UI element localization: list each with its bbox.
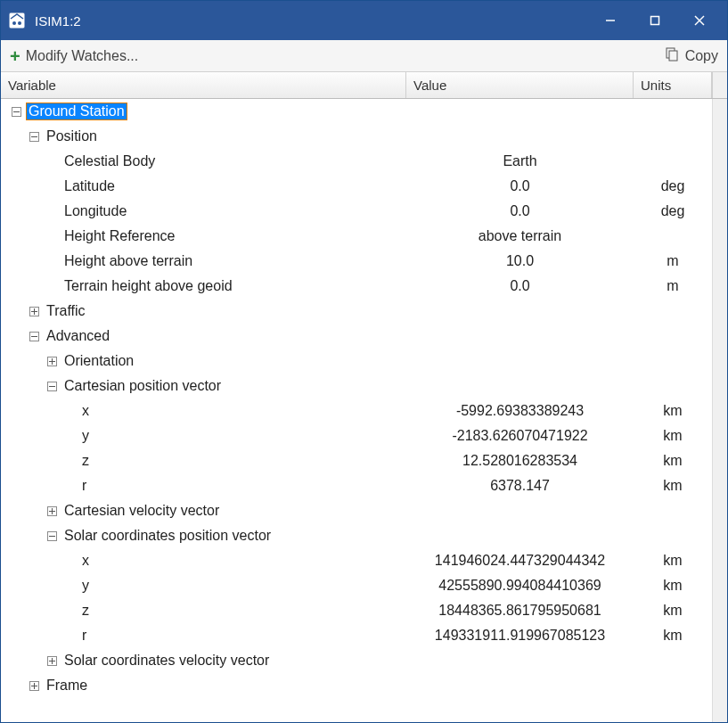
tree-row[interactable]: Latitude0.0deg [1,174,712,199]
tree-node-value: 42555890.994084410369 [406,573,634,598]
tree-row[interactable]: Advanced [1,324,712,349]
tree-node-label[interactable]: r [80,628,88,644]
tree-row[interactable]: z12.528016283534km [1,448,712,473]
tree-node-label[interactable]: Height above terrain [62,253,194,269]
tree-row[interactable]: Orientation [1,349,712,374]
expand-icon[interactable] [29,681,39,691]
tree-node-value [406,523,634,548]
tree-node-units: m [634,249,712,274]
tree-node-value: 0.0 [406,199,634,224]
expand-icon[interactable] [47,357,57,366]
collapse-icon[interactable] [29,132,39,142]
tree-node-value: 0.0 [406,274,634,299]
collapse-icon[interactable] [47,531,57,541]
tree-node-label[interactable]: Terrain height above geoid [62,278,234,294]
tree-node-value: 12.528016283534 [406,448,634,473]
minimize-button[interactable] [588,1,633,40]
modify-watches-button[interactable]: + Modify Watches... [10,47,138,65]
tree-node-units: m [634,274,712,299]
tree-row[interactable]: Height Referenceabove terrain [1,224,712,249]
copy-label: Copy [685,48,718,64]
svg-rect-8 [669,51,677,61]
expand-icon[interactable] [47,656,57,666]
tree-row[interactable]: r6378.147km [1,473,712,498]
copy-button[interactable]: Copy [664,46,718,66]
tree-node-label[interactable]: Longitude [62,203,128,219]
tree-node-value [406,673,634,698]
tree-node-label[interactable]: z [80,603,91,619]
tree-row[interactable]: Terrain height above geoid0.0m [1,274,712,299]
app-window: ISIM1:2 + Modify Watches... Copy Variabl… [0,0,728,723]
tree-node-units [634,498,712,523]
tree-node-value: 6378.147 [406,473,634,498]
tree-node-label[interactable]: Orientation [62,353,135,369]
watch-tree[interactable]: Ground StationPositionCelestial BodyEart… [1,99,712,722]
tree-row[interactable]: x-5992.69383389243km [1,398,712,423]
tree-node-value [406,324,634,349]
column-headers: Variable Value Units [1,72,727,99]
modify-watches-label: Modify Watches... [26,48,139,64]
svg-rect-4 [651,17,659,25]
tree-node-label[interactable]: x [80,403,91,419]
collapse-icon[interactable] [47,382,57,391]
tree-node-label[interactable]: r [80,478,88,494]
tree-node-label[interactable]: Traffic [45,303,87,319]
maximize-button[interactable] [633,1,677,40]
vertical-scrollbar[interactable] [712,99,727,722]
tree-node-value [406,498,634,523]
tree-node-label[interactable]: z [80,453,91,469]
tree-row[interactable]: Longitude0.0deg [1,199,712,224]
expand-icon[interactable] [47,506,57,516]
tree-node-units: km [634,598,712,623]
tree-node-value: Earth [406,149,634,174]
tree-node-label[interactable]: Cartesian velocity vector [62,503,221,519]
tree-row[interactable]: Solar coordinates position vector [1,523,712,548]
tree-row[interactable]: Celestial BodyEarth [1,149,712,174]
tree-node-label[interactable]: Position [45,128,99,144]
tree-node-value: above terrain [406,224,634,249]
tree-node-label[interactable]: Ground Station [27,103,127,119]
tree-row[interactable]: z18448365.861795950681km [1,598,712,623]
header-units[interactable]: Units [634,72,712,98]
tree-row[interactable]: x141946024.447329044342km [1,548,712,573]
collapse-icon[interactable] [29,332,39,341]
tree-node-label[interactable]: Advanced [45,328,111,344]
svg-point-2 [18,21,21,25]
tree-row[interactable]: Cartesian position vector [1,374,712,398]
tree-node-label[interactable]: y [80,428,91,444]
tree-node-units: km [634,473,712,498]
tree-node-label[interactable]: Frame [45,678,89,694]
tree-node-label[interactable]: x [80,553,91,569]
titlebar[interactable]: ISIM1:2 [1,1,727,40]
tree-row[interactable]: Height above terrain10.0m [1,249,712,274]
tree-node-units: deg [634,199,712,224]
tree-node-label[interactable]: Celestial Body [62,153,157,169]
tree-row[interactable]: Frame [1,673,712,698]
tree-row[interactable]: Traffic [1,299,712,324]
collapse-icon[interactable] [12,107,21,117]
close-button[interactable] [677,1,722,40]
tree-node-value: -5992.69383389243 [406,398,634,423]
tree-node-label[interactable]: Cartesian position vector [62,378,223,394]
tree-node-label[interactable]: Solar coordinates position vector [62,528,273,544]
tree-node-units [634,523,712,548]
header-value[interactable]: Value [406,72,634,98]
tree-row[interactable]: Cartesian velocity vector [1,498,712,523]
tree-node-label[interactable]: Solar coordinates velocity vector [62,653,271,669]
tree-node-value: 141946024.447329044342 [406,548,634,573]
tree-node-value [406,124,634,149]
expand-icon[interactable] [29,307,39,316]
tree-node-units: km [634,448,712,473]
tree-row[interactable]: Position [1,124,712,149]
tree-node-label[interactable]: Latitude [62,178,117,194]
tree-node-label[interactable]: Height Reference [62,228,177,244]
tree-row[interactable]: y42555890.994084410369km [1,573,712,598]
header-variable[interactable]: Variable [1,72,406,98]
tree-node-value: 149331911.919967085123 [406,623,634,648]
tree-row[interactable]: y-2183.626070471922km [1,423,712,448]
tree-node-label[interactable]: y [80,578,91,594]
tree-row[interactable]: r149331911.919967085123km [1,623,712,648]
window-title: ISIM1:2 [35,13,588,29]
tree-row[interactable]: Solar coordinates velocity vector [1,648,712,673]
tree-row[interactable]: Ground Station [1,99,712,124]
